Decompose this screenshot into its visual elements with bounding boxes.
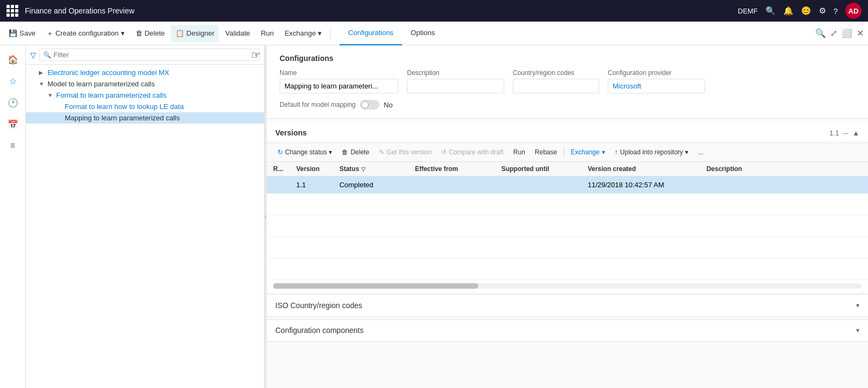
config-components-header[interactable]: Configuration components ▾ (267, 319, 868, 342)
config-components-section: Configuration components ▾ (267, 319, 868, 342)
versions-section: Versions 1.1 -- ▲ ↻ Change status ▾ 🗑 De… (267, 123, 868, 292)
tree-item-electronic-ledger[interactable]: ▶ Electronic ledger accounting model MX (26, 67, 264, 78)
compare-draft-button[interactable]: ↺ Compare with draft (437, 146, 507, 158)
empty-row (267, 194, 868, 215)
close-icon[interactable]: ✕ (857, 28, 864, 38)
versions-table-container: R... Version Status ▽ Effective from Sup… (267, 162, 868, 280)
tree-label: Model to learn parameterized calls (48, 80, 155, 88)
cell-supported (495, 176, 581, 194)
tab-configurations[interactable]: Configurations (340, 22, 402, 45)
col-header-created: Version created (581, 162, 700, 176)
iso-title: ISO Country/region codes (275, 301, 362, 310)
waffle-menu[interactable] (6, 5, 18, 17)
country-group: Country/region codes (513, 69, 599, 93)
validate-button[interactable]: Validate (221, 25, 254, 42)
empty-row (267, 215, 868, 237)
toolbar-search-icon[interactable]: 🔍 (815, 28, 826, 38)
nav-list[interactable]: ≡ (3, 136, 23, 155)
nav-home[interactable]: 🏠 (3, 50, 23, 69)
version-separator: -- (843, 129, 848, 137)
country-label: Country/region codes (513, 69, 599, 77)
tree-item-format-learn[interactable]: ▼ Format to learn parameterized calls (26, 90, 264, 101)
user-avatar[interactable]: AD (845, 3, 862, 19)
delete-button[interactable]: 🗑 Delete (131, 25, 169, 42)
table-row[interactable]: 1.1 Completed 11/29/2018 10:42:57 AM (267, 176, 868, 194)
search-icon-small: 🔍 (43, 51, 51, 59)
iso-chevron: ▾ (856, 302, 859, 309)
tree-item-format-lookup[interactable]: Format to learn how to lookup LE data (26, 101, 264, 112)
create-icon: ＋ (46, 29, 53, 38)
name-input[interactable] (280, 79, 398, 93)
dropdown-arrow: ▾ (121, 29, 125, 37)
cell-version: 1.1 (290, 176, 333, 194)
toggle-label: Default for model mapping (280, 101, 356, 108)
designer-button[interactable]: 📋 Designer (171, 25, 219, 42)
tree-label-selected: Mapping to learn parameterized calls (65, 114, 180, 122)
get-version-button[interactable]: ✎ Get this version (375, 146, 436, 158)
status-filter-icon[interactable]: ▽ (361, 166, 365, 172)
toggle-row: Default for model mapping No (280, 100, 855, 110)
filter-input[interactable] (53, 51, 256, 59)
help-icon[interactable]: ? (833, 6, 838, 16)
gear-icon[interactable]: ⚙ (819, 6, 826, 16)
default-model-toggle[interactable] (360, 100, 379, 110)
minimize-icon[interactable]: ⬜ (842, 28, 852, 38)
col-header-status: Status ▽ (333, 162, 409, 176)
upload-dropdown: ▾ (685, 148, 688, 156)
tree-toolbar: ▽ 🔍 (26, 45, 264, 65)
versions-toolbar: ↻ Change status ▾ 🗑 Delete ✎ Get this ve… (267, 143, 868, 162)
version-number: 1.1 (829, 129, 839, 137)
designer-icon: 📋 (175, 29, 184, 37)
upload-repository-button[interactable]: ↑ Upload into repository ▾ (611, 146, 693, 158)
versions-meta: 1.1 -- ▲ (829, 129, 859, 137)
versions-delete-button[interactable]: 🗑 Delete (337, 146, 374, 158)
nav-calendar[interactable]: 📅 (3, 114, 23, 134)
nav-star[interactable]: ☆ (3, 71, 23, 91)
tree-item-mapping-learn[interactable]: Mapping to learn parameterized calls (26, 112, 264, 124)
filter-icon[interactable]: ▽ (30, 51, 36, 59)
col-header-effective: Effective from (409, 162, 495, 176)
provider-input[interactable] (608, 79, 705, 93)
exchange-button[interactable]: Exchange ▾ (280, 25, 326, 42)
configurations-section: Configurations Name Description Country/… (267, 45, 868, 119)
desc-input[interactable] (407, 79, 504, 93)
toolbar-tabs: Configurations Options (340, 22, 444, 45)
bell-icon[interactable]: 🔔 (783, 6, 794, 16)
versions-exchange-button[interactable]: Exchange ▾ (566, 146, 609, 158)
more-options-button[interactable]: ... (694, 146, 708, 158)
tree-arrow-expanded: ▼ (39, 81, 45, 87)
horizontal-scrollbar[interactable] (267, 280, 868, 292)
app-layout: 🏠 ☆ 🕐 📅 ≡ ▽ 🔍 ▶ Electronic ledger accoun… (0, 45, 868, 388)
versions-run-button[interactable]: Run (509, 146, 530, 158)
run-button[interactable]: Run (256, 25, 278, 42)
nav-clock[interactable]: 🕐 (3, 93, 23, 112)
expand-icon[interactable]: ⤢ (830, 28, 837, 38)
tree-label: Format to learn parameterized calls (56, 91, 166, 99)
col-header-version: Version (290, 162, 333, 176)
scroll-thumb[interactable] (273, 283, 478, 289)
change-status-button[interactable]: ↻ Change status ▾ (273, 146, 336, 158)
cell-created: 11/29/2018 10:42:57 AM (581, 176, 700, 194)
config-components-chevron: ▾ (856, 326, 859, 334)
search-box: 🔍 (39, 49, 260, 61)
rebase-button[interactable]: Rebase (531, 146, 561, 158)
tree-item-model-learn[interactable]: ▼ Model to learn parameterized calls (26, 78, 264, 90)
config-components-title: Configuration components (275, 326, 363, 335)
desc-label: Description (407, 69, 504, 77)
tree-content: ▶ Electronic ledger accounting model MX … (26, 65, 264, 388)
country-input[interactable] (513, 79, 599, 93)
search-icon[interactable]: 🔍 (765, 6, 776, 16)
save-button[interactable]: 💾 Save (4, 25, 40, 42)
tree-arrow-expanded-2: ▼ (48, 92, 54, 98)
tab-options[interactable]: Options (402, 22, 444, 45)
empty-row (267, 258, 868, 280)
iso-section: ISO Country/region codes ▾ (267, 294, 868, 317)
col-header-supported: Supported until (495, 162, 581, 176)
create-config-button[interactable]: ＋ Create configuration ▾ (42, 25, 129, 42)
configurations-title: Configurations (280, 54, 855, 63)
col-header-desc: Description (700, 162, 868, 176)
iso-header[interactable]: ISO Country/region codes ▾ (267, 295, 868, 317)
smiley-icon[interactable]: 😊 (801, 6, 811, 16)
name-group: Name (280, 69, 398, 93)
collapse-versions-icon[interactable]: ▲ (852, 129, 859, 137)
